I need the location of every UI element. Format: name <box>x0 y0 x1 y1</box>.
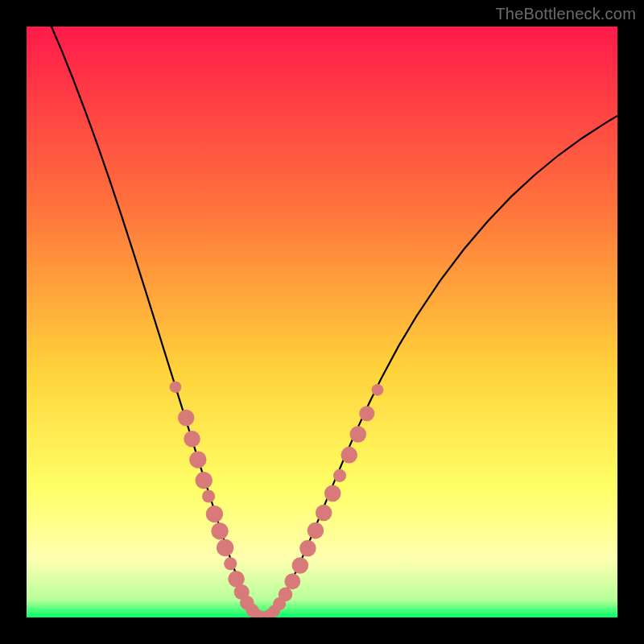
bead-point <box>359 406 374 421</box>
chart-container: TheBottleneck.com <box>0 0 644 644</box>
bead-point <box>196 472 213 489</box>
bead-point <box>284 573 300 589</box>
bead-point <box>308 522 324 539</box>
bead-point <box>184 431 200 448</box>
bead-point <box>224 557 237 570</box>
bead-point <box>202 489 215 502</box>
bead-point <box>178 410 195 427</box>
bead-point <box>341 447 357 464</box>
bead-point <box>279 588 293 602</box>
bead-point <box>170 381 182 393</box>
bead-point <box>324 485 341 502</box>
bead-point <box>217 539 233 556</box>
bead-point <box>292 557 309 574</box>
bead-point <box>333 469 346 482</box>
bottleneck-chart <box>0 0 644 644</box>
bead-point <box>189 451 206 468</box>
bead-point <box>211 522 228 539</box>
bead-point <box>372 384 384 396</box>
watermark-text: TheBottleneck.com <box>495 5 636 23</box>
bead-point <box>299 540 316 557</box>
bead-point <box>349 426 366 443</box>
bead-point <box>206 506 223 522</box>
bead-point <box>316 505 332 522</box>
